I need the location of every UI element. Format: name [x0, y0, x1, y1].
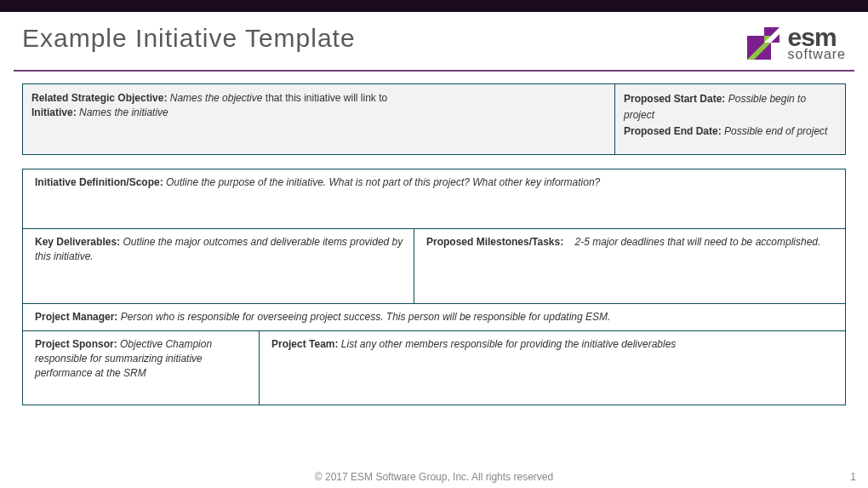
content: Related Strategic Objective: Names the o… — [0, 83, 868, 405]
main-table: Initiative Definition/Scope: Outline the… — [22, 169, 846, 405]
pm-label: Project Manager: — [35, 311, 117, 323]
top-info-left: Related Strategic Objective: Names the o… — [23, 84, 615, 154]
scope-text: Outline the purpose of the initiative. W… — [166, 176, 600, 188]
top-info-right: Proposed Start Date: Possible begin to p… — [615, 84, 845, 154]
scope-label: Initiative Definition/Scope: — [35, 176, 163, 188]
row-project-manager: Project Manager: Person who is responsib… — [23, 304, 845, 331]
team-text: List any other members responsible for p… — [341, 338, 677, 350]
logo-icon — [744, 24, 783, 63]
logo-text: esm software — [788, 26, 846, 60]
milestones-label: Proposed Milestones/Tasks: — [426, 236, 563, 248]
team-label: Project Team: — [271, 338, 338, 350]
end-date-label: Proposed End Date: — [624, 125, 722, 137]
initiative-label: Initiative: — [31, 106, 77, 118]
top-bar — [0, 0, 868, 12]
related-objective-label: Related Strategic Objective: — [31, 92, 167, 104]
footer-copyright: © 2017 ESM Software Group, Inc. All righ… — [0, 471, 868, 483]
page-title: Example Initiative Template — [22, 24, 356, 53]
row-scope: Initiative Definition/Scope: Outline the… — [23, 169, 845, 229]
initiative-text: Names the initiative — [79, 106, 168, 118]
end-date-text: Possible end of project — [724, 125, 827, 137]
milestones-text: 2-5 major deadlines that will need to be… — [575, 236, 821, 248]
sponsor-label: Project Sponsor: — [35, 338, 117, 350]
related-objective-italic: Names the objective — [170, 92, 263, 104]
related-objective-tail: that this initiative will link to — [262, 92, 387, 104]
header-divider — [14, 70, 854, 72]
start-date-label: Proposed Start Date: — [624, 93, 725, 105]
logo: esm software — [744, 24, 846, 63]
top-info-box: Related Strategic Objective: Names the o… — [22, 83, 846, 155]
deliverables-label: Key Deliverables: — [35, 236, 120, 248]
row-deliverables: Key Deliverables: Outline the major outc… — [23, 229, 845, 304]
page-number: 1 — [850, 471, 856, 483]
logo-esm: esm — [788, 26, 846, 49]
logo-software: software — [788, 49, 846, 60]
row-bottom: Project Sponsor: Objective Champion resp… — [23, 331, 845, 405]
header: Example Initiative Template esm software — [0, 12, 868, 70]
pm-text: Person who is responsible for overseeing… — [121, 311, 611, 323]
